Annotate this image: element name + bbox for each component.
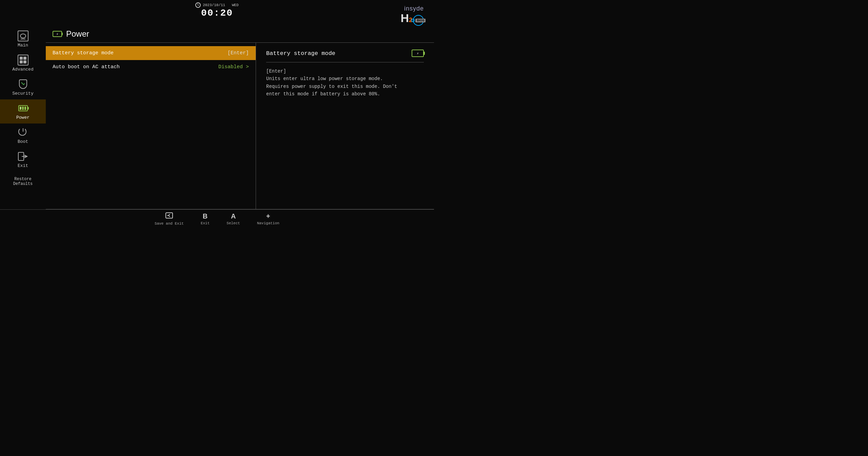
time-display: 00:20 — [201, 8, 233, 18]
desc-line2: Requires power supply to exit this mode.… — [266, 83, 424, 90]
desc-separator — [266, 62, 424, 62]
svg-rect-2 — [166, 213, 173, 218]
sidebar-label-advanced: Advanced — [12, 67, 33, 72]
date-display: 2023/10/11 WED — [203, 3, 239, 7]
boot-icon — [18, 127, 28, 138]
datetime-display: 2023/10/11 WED 00:20 — [195, 2, 239, 18]
navigation-icon: + — [266, 212, 270, 220]
right-panel: Battery storage mode ⚡ [Enter] Units ent… — [256, 43, 434, 209]
bottom-bar: Save and Exit B Exit A Select + Navigati… — [0, 209, 434, 228]
menu-item-label-auto-boot: Auto boot on AC attach — [53, 64, 120, 70]
save-exit-action[interactable]: Save and Exit — [155, 212, 184, 226]
menu-item-value-battery-storage: [Enter] — [228, 50, 249, 56]
sidebar-item-advanced[interactable]: Advanced — [0, 51, 46, 75]
advanced-icon — [18, 55, 28, 65]
desc-text: [Enter] Units enter ultra low power stor… — [266, 68, 424, 98]
insyde-text: insyde — [404, 5, 424, 12]
menu-item-label-battery-storage: Battery storage mode — [53, 50, 114, 56]
exit-icon — [18, 151, 28, 162]
sidebar-restore-defaults[interactable]: RestoreDefaults — [0, 174, 46, 189]
desc-enter-label: [Enter] — [266, 68, 424, 75]
navigation-label: Navigation — [257, 221, 279, 225]
save-exit-label: Save and Exit — [155, 222, 184, 226]
desc-line1: Units enter ultra low power storage mode… — [266, 75, 424, 82]
sidebar-label-main: Main — [18, 43, 28, 48]
header: 2023/10/11 WED 00:20 — [0, 0, 434, 20]
menu-item-auto-boot[interactable]: Auto boot on AC attach Disabled > — [46, 60, 256, 74]
sidebar: Main Advanced Security ⚡ Power — [0, 0, 46, 209]
power-icon: ⚡ — [18, 103, 28, 114]
h2o-logo: H 2 O BIOS — [400, 12, 424, 26]
main-content: ⚡ Power Battery storage mode [Enter] Aut… — [46, 25, 434, 209]
sidebar-item-power[interactable]: ⚡ Power — [0, 99, 46, 124]
sidebar-item-boot[interactable]: Boot — [0, 124, 46, 148]
menu-item-value-auto-boot: Disabled > — [218, 64, 249, 70]
exit-label: Exit — [201, 221, 210, 225]
page-title-icon: ⚡ — [53, 31, 62, 37]
sidebar-label-exit: Exit — [18, 163, 28, 168]
page-title-bar: ⚡ Power — [46, 25, 434, 42]
sidebar-label-power: Power — [16, 115, 29, 120]
menu-item-battery-storage[interactable]: Battery storage mode [Enter] — [46, 46, 256, 60]
navigation-action[interactable]: + Navigation — [257, 212, 279, 225]
sidebar-item-exit[interactable]: Exit — [0, 148, 46, 172]
exit-b-icon: B — [203, 212, 208, 220]
main-icon — [18, 31, 28, 41]
insyde-logo: insyde H 2 O BIOS — [400, 5, 424, 26]
select-action[interactable]: A Select — [226, 212, 240, 225]
desc-battery-icon: ⚡ — [412, 50, 424, 57]
content-area: Battery storage mode [Enter] Auto boot o… — [46, 43, 434, 209]
exit-action[interactable]: B Exit — [201, 212, 210, 225]
restore-defaults-label: RestoreDefaults — [13, 177, 33, 186]
left-panel: Battery storage mode [Enter] Auto boot o… — [46, 43, 256, 209]
desc-title: Battery storage mode ⚡ — [266, 50, 424, 57]
sidebar-item-security[interactable]: Security — [0, 75, 46, 99]
sidebar-label-security: Security — [12, 91, 33, 96]
sidebar-label-boot: Boot — [18, 139, 28, 144]
page-title: Power — [66, 29, 89, 39]
save-exit-icon — [165, 212, 173, 221]
security-icon — [18, 79, 28, 90]
select-label: Select — [226, 221, 240, 225]
select-a-icon: A — [231, 212, 236, 220]
clock-icon — [195, 2, 201, 8]
desc-title-text: Battery storage mode — [266, 50, 335, 57]
sidebar-item-main[interactable]: Main — [0, 27, 46, 51]
desc-line3: enter this mode if battery is above 80%. — [266, 90, 424, 98]
